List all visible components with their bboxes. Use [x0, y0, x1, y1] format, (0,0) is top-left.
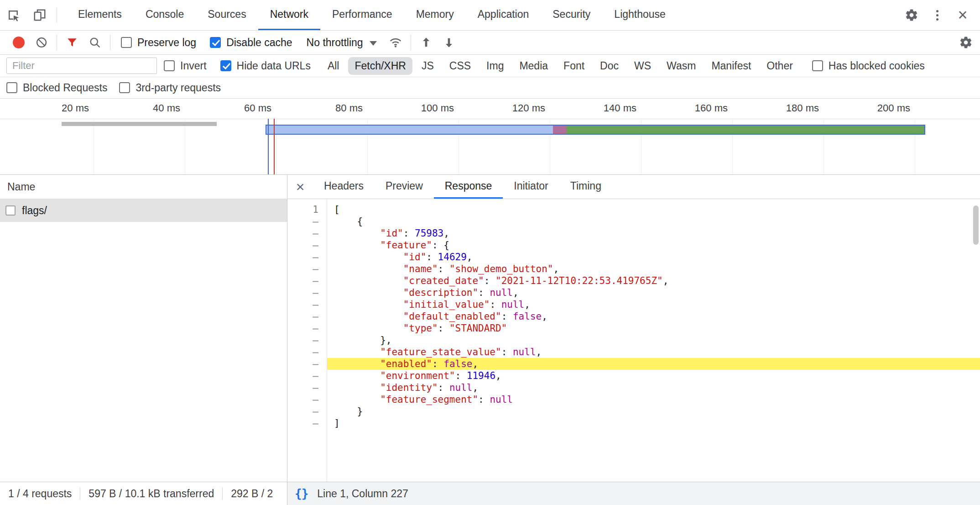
throttling-value: No throttling — [307, 37, 363, 49]
line-number: – — [287, 382, 327, 394]
line-number: – — [287, 299, 327, 310]
line-content: "feature_segment": null — [327, 394, 980, 405]
request-filters-row: Blocked Requests 3rd-party requests — [0, 77, 980, 99]
import-har-button[interactable] — [415, 31, 438, 54]
code-line: – { — [287, 216, 980, 227]
line-content: [ — [327, 204, 980, 216]
cursor-position: Line 1, Column 227 — [317, 488, 408, 500]
filter-chip-other[interactable]: Other — [760, 57, 799, 75]
column-header-name[interactable]: Name — [0, 175, 287, 199]
requests-list-pane: Name flags/ — [0, 175, 287, 482]
summary-divider — [80, 487, 80, 500]
tab-elements[interactable]: Elements — [66, 0, 134, 30]
blocked-requests-checkbox[interactable]: Blocked Requests — [6, 82, 107, 94]
timeline-overview[interactable]: 20 ms40 ms60 ms80 ms100 ms120 ms140 ms16… — [0, 99, 980, 175]
timeline-tick-label: 40 ms — [112, 102, 180, 114]
line-number: – — [287, 405, 327, 417]
token: "default_enabled" — [403, 311, 501, 322]
filter-chip-js[interactable]: JS — [415, 57, 440, 75]
detail-tab-bar: × HeadersPreviewResponseInitiatorTiming — [287, 175, 980, 199]
network-conditions-button[interactable] — [384, 31, 407, 54]
token — [334, 370, 380, 381]
settings-button[interactable] — [899, 8, 924, 22]
pretty-print-button[interactable]: {} — [295, 487, 308, 500]
devtools-main-toolbar: ElementsConsoleSourcesNetworkPerformance… — [0, 0, 980, 31]
third-party-requests-checkbox[interactable]: 3rd-party requests — [119, 82, 221, 94]
close-detail-button[interactable]: × — [287, 175, 313, 199]
device-toolbar-button[interactable] — [26, 0, 53, 30]
token: : — [490, 299, 501, 310]
detail-tab-preview[interactable]: Preview — [375, 175, 434, 199]
line-number: – — [287, 263, 327, 275]
has-blocked-cookies-checkbox[interactable]: Has blocked cookies — [812, 60, 925, 72]
filter-chip-media[interactable]: Media — [513, 57, 554, 75]
tab-performance[interactable]: Performance — [320, 0, 404, 30]
filter-chip-wasm[interactable]: Wasm — [660, 57, 702, 75]
network-conditions-icon — [389, 36, 402, 49]
line-number: – — [287, 251, 327, 263]
timeline-event-line — [274, 119, 275, 174]
waterfall-bar-request-flags[interactable] — [266, 125, 925, 135]
network-settings-button[interactable] — [952, 31, 980, 54]
token: : — [484, 275, 495, 286]
tab-memory[interactable]: Memory — [404, 0, 466, 30]
filter-chip-fetch-xhr[interactable]: Fetch/XHR — [348, 57, 412, 75]
line-content: "name": "show_demo_button", — [327, 263, 980, 275]
line-content: "initial_value": null, — [327, 299, 980, 310]
waterfall-bar-request-1[interactable] — [62, 122, 217, 126]
tab-network[interactable]: Network — [258, 0, 320, 30]
filter-input[interactable] — [6, 58, 157, 74]
checkbox-label: Has blocked cookies — [829, 60, 925, 72]
tab-sources[interactable]: Sources — [196, 0, 258, 30]
token: }, — [334, 335, 391, 346]
filter-chip-manifest[interactable]: Manifest — [705, 57, 757, 75]
checkbox-label: Hide data URLs — [237, 60, 311, 72]
tab-application[interactable]: Application — [466, 0, 541, 30]
checkbox-box — [220, 60, 231, 71]
filter-toggle-button[interactable] — [61, 31, 83, 54]
tab-console[interactable]: Console — [134, 0, 196, 30]
filter-chip-img[interactable]: Img — [480, 57, 510, 75]
caret-down-icon — [370, 41, 377, 46]
line-number: – — [287, 310, 327, 322]
line-content: "id": 14629, — [327, 251, 980, 263]
disable-cache-checkbox[interactable]: Disable cache — [210, 37, 292, 49]
token: : — [455, 370, 467, 381]
close-devtools-button[interactable]: × — [950, 7, 975, 23]
line-number: – — [287, 346, 327, 358]
throttling-select[interactable]: No throttling — [307, 37, 377, 49]
line-content: ] — [327, 417, 980, 429]
detail-tab-initiator[interactable]: Initiator — [503, 175, 559, 199]
hide-data-urls-checkbox[interactable]: Hide data URLs — [220, 60, 311, 72]
filter-chip-doc[interactable]: Doc — [594, 57, 625, 75]
filter-chip-font[interactable]: Font — [557, 57, 591, 75]
preserve-log-checkbox[interactable]: Preserve log — [121, 37, 196, 49]
record-button[interactable] — [7, 31, 30, 54]
more-options-button[interactable] — [924, 14, 950, 16]
tab-lighthouse[interactable]: Lighthouse — [602, 0, 678, 30]
line-content: "identity": null, — [327, 382, 980, 394]
filter-chip-ws[interactable]: WS — [628, 57, 657, 75]
timeline-tick-label: 80 ms — [294, 102, 363, 114]
request-detail-pane: × HeadersPreviewResponseInitiatorTiming … — [287, 175, 980, 482]
toolbar-divider — [57, 35, 57, 50]
response-code: 1[– {– "id": 75983,– "feature": {– "id":… — [287, 204, 980, 429]
detail-tab-headers[interactable]: Headers — [313, 175, 375, 199]
export-har-button[interactable] — [438, 31, 460, 54]
token: , — [663, 275, 669, 286]
clear-button[interactable] — [30, 31, 53, 54]
token: : — [403, 228, 415, 239]
checkbox-box — [119, 82, 130, 93]
detail-tab-response[interactable]: Response — [434, 175, 503, 199]
search-button[interactable] — [83, 31, 106, 54]
response-scrollbar-thumb[interactable] — [973, 205, 979, 245]
filter-chip-css[interactable]: CSS — [443, 57, 477, 75]
waterfall-segment — [553, 126, 567, 134]
code-line: – "created_date": "2021-11-12T10:22:53.4… — [287, 275, 980, 287]
request-row-flags[interactable]: flags/ — [0, 199, 287, 222]
detail-tab-timing[interactable]: Timing — [559, 175, 612, 199]
invert-checkbox[interactable]: Invert — [164, 60, 207, 72]
filter-chip-all[interactable]: All — [321, 57, 346, 75]
inspect-button[interactable] — [0, 0, 26, 30]
tab-security[interactable]: Security — [541, 0, 602, 30]
